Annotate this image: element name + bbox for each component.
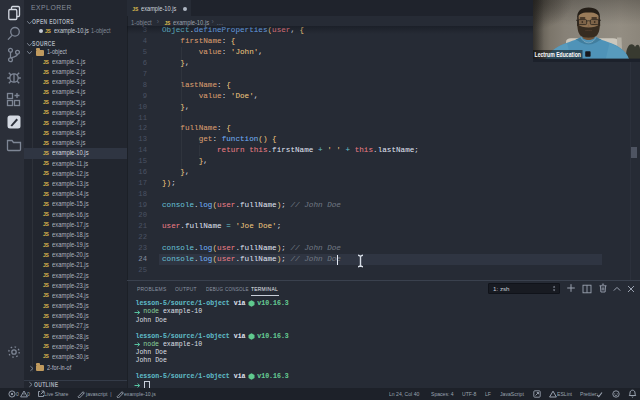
svg-text:Lectrum Education: Lectrum Education	[535, 51, 582, 58]
